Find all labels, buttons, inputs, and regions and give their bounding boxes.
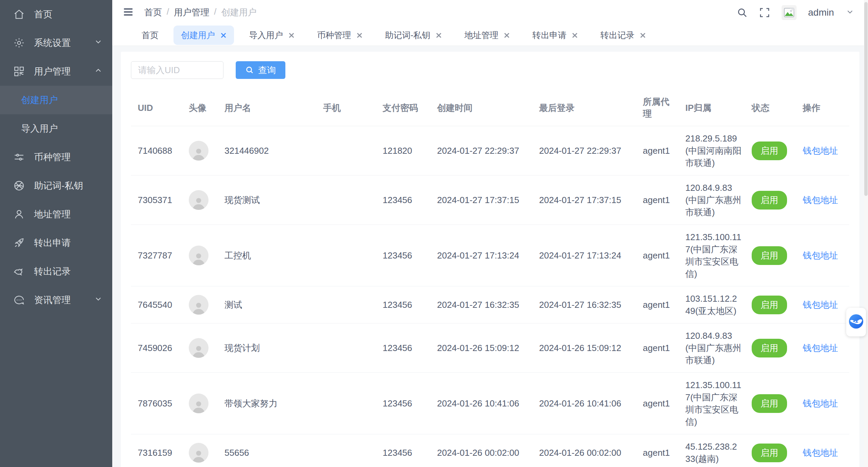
- sidebar-item-mnemonic-key[interactable]: 助记词-私钥: [0, 171, 112, 200]
- sidebar-item-address-management[interactable]: 地址管理: [0, 200, 112, 229]
- hamburger-menu-icon[interactable]: [123, 7, 133, 18]
- sidebar-item-transfer-records[interactable]: 转出记录: [0, 257, 112, 286]
- cell-last-login: 2024-01-26 15:09:12: [532, 336, 636, 360]
- enable-status-button[interactable]: 启用: [752, 246, 787, 265]
- table-header-row: UID 头像 用户名 手机 支付密码 创建时间 最后登录 所属代理 IP归属 状…: [131, 90, 849, 126]
- tab-close-icon[interactable]: [640, 32, 646, 38]
- tab[interactable]: 导入用户: [241, 26, 302, 45]
- cell-username: 带领大家努力: [218, 391, 316, 416]
- tab-close-icon[interactable]: [572, 32, 578, 38]
- cell-ip: 121.35.100.117(中国广东深圳市宝安区电信): [679, 373, 745, 434]
- cell-avatar: [182, 437, 218, 467]
- wallet-address-link[interactable]: 钱包地址: [803, 398, 838, 408]
- cell-agent: agent1: [636, 188, 679, 212]
- breadcrumb-user-management[interactable]: 用户管理: [174, 6, 209, 18]
- enable-status-button[interactable]: 启用: [752, 141, 787, 160]
- wallet-address-link[interactable]: 钱包地址: [803, 250, 838, 261]
- sidebar-subitem-create-user[interactable]: 创建用户: [0, 86, 112, 114]
- cell-created-time: 2024-01-27 16:32:35: [430, 293, 532, 317]
- enable-status-button[interactable]: 启用: [752, 444, 787, 462]
- cell-last-login: 2024-01-27 17:37:15: [532, 188, 636, 212]
- cell-uid: 7327787: [131, 243, 182, 268]
- cell-phone: [316, 447, 376, 459]
- topbar: 首页 / 用户管理 / 创建用户 admin: [112, 0, 868, 25]
- cell-last-login: 2024-01-26 10:41:06: [532, 391, 636, 416]
- avatar-placeholder-icon: [189, 190, 208, 210]
- tab[interactable]: 助记词-私钥: [378, 26, 449, 45]
- fullscreen-icon[interactable]: [759, 7, 770, 18]
- wallet-address-link[interactable]: 钱包地址: [803, 448, 838, 458]
- cell-username: 55656: [218, 440, 316, 465]
- cell-username: 现货计划: [218, 336, 316, 360]
- sidebar-item-news-management[interactable]: 资讯管理: [0, 286, 112, 314]
- cell-pay-password: 123456: [376, 440, 430, 465]
- table-row: 7316159 55656 123456 2024-01-26 00:02:00…: [131, 434, 849, 467]
- uid-search-input[interactable]: [131, 61, 223, 79]
- table-row: 7305371 现货测试 123456 2024-01-27 17:37:15 …: [131, 176, 849, 225]
- cell-ip: 103.151.12.249(亚太地区): [679, 286, 745, 323]
- chevron-down-icon[interactable]: [846, 7, 854, 18]
- cell-created-time: 2024-01-26 10:41:06: [430, 391, 532, 416]
- search-icon[interactable]: [737, 7, 748, 18]
- wallet-address-link[interactable]: 钱包地址: [803, 195, 838, 205]
- chevron-down-icon: [94, 295, 103, 306]
- avatar-placeholder-icon: [189, 246, 208, 265]
- scrollbar-thumb[interactable]: [864, 2, 868, 196]
- cell-action: 钱包地址: [796, 336, 849, 360]
- tab[interactable]: 币种管理: [310, 26, 370, 45]
- sidebar-item-system-settings[interactable]: 系统设置: [0, 29, 112, 57]
- cell-phone: [316, 397, 376, 410]
- user-menu[interactable]: admin: [808, 7, 834, 18]
- cell-phone: [316, 145, 376, 157]
- tab[interactable]: 创建用户: [173, 26, 234, 45]
- cell-created-time: 2024-01-26 00:02:00: [430, 440, 532, 465]
- floating-widget[interactable]: [846, 308, 866, 336]
- sidebar-item-transfer-request[interactable]: 转出申请: [0, 229, 112, 257]
- tab-close-icon[interactable]: [220, 32, 227, 38]
- globe-icon: [13, 180, 25, 192]
- tab-close-icon[interactable]: [356, 32, 363, 38]
- wallet-address-link[interactable]: 钱包地址: [803, 343, 838, 353]
- tabbar: 首页 创建用户 导入用户 币种管理 助记词-私钥 地址管理 转出申请 转出记录: [112, 25, 868, 46]
- gear-icon: [13, 37, 25, 49]
- breadcrumb-home[interactable]: 首页: [144, 6, 162, 18]
- table-row: 7327787 工控机 123456 2024-01-27 17:13:24 2…: [131, 225, 849, 286]
- cell-last-login: 2024-01-26 00:02:00: [532, 440, 636, 465]
- cell-action: 钱包地址: [796, 243, 849, 268]
- enable-status-button[interactable]: 启用: [752, 296, 787, 314]
- wallet-address-link[interactable]: 钱包地址: [803, 300, 838, 310]
- cell-agent: agent1: [636, 293, 679, 317]
- avatar-placeholder-icon: [189, 141, 208, 161]
- avatar[interactable]: [782, 5, 797, 20]
- enable-status-button[interactable]: 启用: [752, 394, 787, 413]
- sidebar-subitem-import-user[interactable]: 导入用户: [0, 114, 112, 143]
- cell-uid: 7876035: [131, 391, 182, 416]
- cell-avatar: [182, 239, 218, 271]
- wallet-address-link[interactable]: 钱包地址: [803, 146, 838, 156]
- sidebar-item-coin-management[interactable]: 币种管理: [0, 143, 112, 171]
- tab-close-icon[interactable]: [436, 32, 442, 38]
- table-row: 7645540 测试 123456 2024-01-27 16:32:35 20…: [131, 286, 849, 323]
- tab[interactable]: 地址管理: [457, 26, 517, 45]
- sidebar-item-user-management[interactable]: 用户管理: [0, 57, 112, 86]
- cell-username: 现货测试: [218, 188, 316, 212]
- tab-close-icon[interactable]: [288, 32, 295, 38]
- qrcode-icon: [13, 65, 25, 78]
- enable-status-button[interactable]: 启用: [752, 339, 787, 357]
- sidebar-item-home[interactable]: 首页: [0, 0, 112, 29]
- cell-uid: 7645540: [131, 293, 182, 317]
- tab[interactable]: 首页: [134, 26, 166, 45]
- cell-pay-password: 123456: [376, 336, 430, 360]
- enable-status-button[interactable]: 启用: [752, 191, 787, 210]
- tab-close-icon[interactable]: [504, 32, 510, 38]
- tab[interactable]: 转出记录: [593, 26, 653, 45]
- sidebar: 首页 系统设置 用户管理 创建用户 导入用户: [0, 0, 112, 467]
- tab[interactable]: 转出申请: [525, 26, 585, 45]
- cell-username: 测试: [218, 293, 316, 317]
- scrollbar-track[interactable]: [864, 0, 868, 467]
- cell-pay-password: 123456: [376, 391, 430, 416]
- cell-action: 钱包地址: [796, 138, 849, 163]
- cell-status: 启用: [745, 388, 796, 419]
- cell-last-login: 2024-01-27 22:29:37: [532, 138, 636, 163]
- query-button[interactable]: 查询: [236, 61, 285, 79]
